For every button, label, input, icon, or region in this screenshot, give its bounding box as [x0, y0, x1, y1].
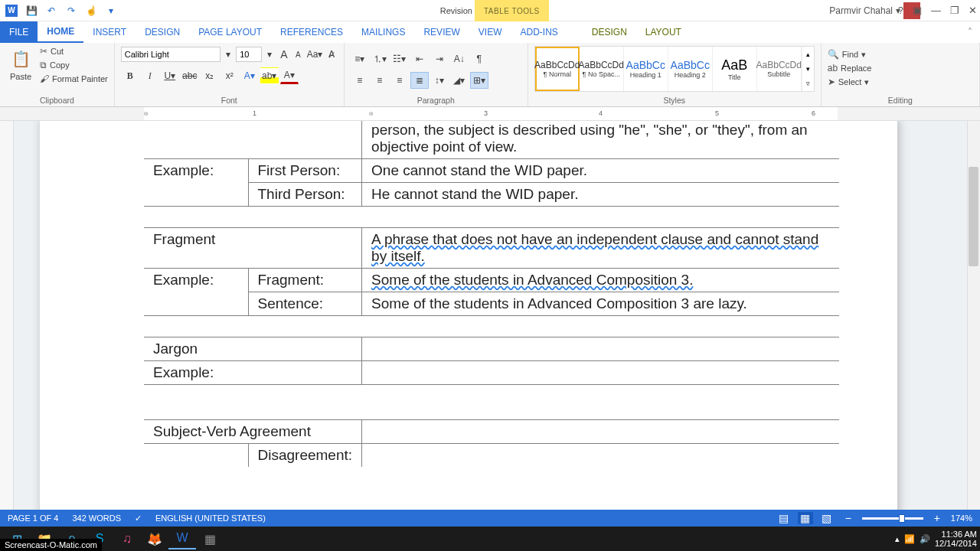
- status-language[interactable]: ENGLISH (UNITED STATES): [155, 514, 266, 523]
- tab-pagelayout[interactable]: PAGE LAYOUT: [189, 21, 271, 43]
- tray-network-icon[interactable]: 📶: [904, 534, 915, 544]
- font-name-dropdown-icon[interactable]: ▾: [222, 46, 234, 63]
- cell-disagree-label[interactable]: Disagreement:: [248, 444, 362, 468]
- taskbar-firefox-icon[interactable]: 🦊: [141, 528, 168, 549]
- tab-design[interactable]: DESIGN: [136, 21, 189, 43]
- style-title[interactable]: AaBTitle: [713, 47, 757, 91]
- highlight-icon[interactable]: ab▾: [260, 67, 279, 84]
- cell-example1[interactable]: Example:: [144, 159, 248, 207]
- collapse-ribbon-icon[interactable]: ˄: [960, 21, 980, 43]
- tray-time[interactable]: 11:36 AM: [935, 530, 977, 539]
- save-icon[interactable]: [24, 4, 38, 18]
- cell-jargon-example[interactable]: [362, 361, 839, 385]
- superscript-button[interactable]: x²: [220, 67, 239, 84]
- font-size-dropdown-icon[interactable]: ▾: [263, 46, 276, 63]
- grow-font-icon[interactable]: A: [278, 46, 290, 63]
- cell-jargon-heading[interactable]: Jargon: [144, 337, 362, 361]
- tab-addins[interactable]: ADD-INS: [511, 21, 567, 43]
- redo-icon[interactable]: [64, 4, 78, 18]
- styles-more-icon[interactable]: ▿: [802, 77, 814, 91]
- zoom-out-icon[interactable]: −: [841, 512, 856, 524]
- cell-thirdperson-text[interactable]: He cannot stand the WID paper.: [362, 183, 839, 207]
- cell-example2[interactable]: Example:: [144, 269, 248, 316]
- tab-references[interactable]: REFERENCES: [271, 21, 352, 43]
- replace-button[interactable]: abReplace: [828, 63, 973, 73]
- find-button[interactable]: 🔍Find ▾: [828, 49, 973, 60]
- cell-frag-label[interactable]: Fragment:: [248, 269, 362, 292]
- zoom-slider[interactable]: [862, 517, 923, 520]
- tab-mailings[interactable]: MAILINGS: [352, 21, 414, 43]
- paste-button[interactable]: 📋 Paste: [6, 46, 35, 81]
- ribbon-display-icon[interactable]: ▣: [913, 5, 922, 16]
- tab-table-design[interactable]: DESIGN: [583, 21, 636, 43]
- tray-date[interactable]: 12/14/2014: [935, 539, 977, 548]
- close-icon[interactable]: ✕: [969, 5, 977, 16]
- taskbar-word-icon[interactable]: W: [168, 528, 196, 549]
- qat-dropdown-icon[interactable]: ▾: [104, 4, 118, 18]
- cell-jargon-def[interactable]: [362, 337, 839, 361]
- cell-disagree-text[interactable]: [362, 444, 839, 468]
- subscript-button[interactable]: x₂: [201, 67, 219, 84]
- cell-sent-label[interactable]: Sentence:: [248, 292, 362, 316]
- undo-icon[interactable]: [44, 4, 58, 18]
- document-page[interactable]: person, the subject is described using "…: [40, 121, 897, 525]
- touchmode-icon[interactable]: [84, 4, 98, 18]
- justify-icon[interactable]: ≣: [410, 72, 429, 89]
- tab-table-layout[interactable]: LAYOUT: [636, 21, 691, 43]
- cell-frag-text[interactable]: Some of the students in Advanced Composi…: [362, 269, 839, 292]
- tray-volume-icon[interactable]: 🔊: [920, 534, 930, 544]
- tab-file[interactable]: FILE: [0, 21, 38, 43]
- font-color-icon[interactable]: A▾: [280, 67, 299, 84]
- text-effects-icon[interactable]: A▾: [240, 67, 259, 84]
- align-left-icon[interactable]: ≡: [351, 72, 369, 89]
- status-proofing-icon[interactable]: ✓: [135, 514, 142, 523]
- tab-insert[interactable]: INSERT: [83, 21, 136, 43]
- sort-icon[interactable]: A↓: [450, 51, 469, 67]
- multilevel-icon[interactable]: ☷▾: [390, 51, 409, 67]
- cell-fragment-def[interactable]: A phrase that does not have an independe…: [362, 228, 839, 269]
- numbering-icon[interactable]: ⒈▾: [371, 51, 389, 67]
- borders-icon[interactable]: ⊞▾: [470, 72, 488, 89]
- styles-up-icon[interactable]: ▴: [802, 47, 814, 61]
- underline-button[interactable]: U▾: [161, 67, 179, 84]
- style-heading1[interactable]: AaBbCcHeading 1: [624, 47, 668, 91]
- font-name-input[interactable]: [121, 47, 220, 62]
- show-hide-icon[interactable]: ¶: [470, 51, 488, 67]
- view-web-icon[interactable]: ▧: [819, 512, 835, 524]
- style-nospacing[interactable]: AaBbCcDd¶ No Spac...: [580, 47, 624, 91]
- vertical-scrollbar[interactable]: [967, 121, 980, 525]
- cell-example4[interactable]: [144, 444, 248, 468]
- minimize-icon[interactable]: —: [931, 5, 941, 16]
- vertical-ruler[interactable]: [0, 121, 14, 525]
- cut-button[interactable]: ✂Cut: [40, 46, 108, 57]
- zoom-level[interactable]: 174%: [951, 514, 972, 523]
- select-button[interactable]: ➤Select ▾: [828, 77, 973, 87]
- align-right-icon[interactable]: ≡: [390, 72, 409, 89]
- view-read-icon[interactable]: ▤: [776, 512, 792, 524]
- cell-fragment-heading[interactable]: Fragment: [144, 228, 362, 269]
- cell-thirdperson-label[interactable]: Third Person:: [248, 183, 362, 207]
- bold-button[interactable]: B: [121, 67, 139, 84]
- zoom-in-icon[interactable]: +: [929, 512, 945, 524]
- style-normal[interactable]: AaBbCcDd¶ Normal: [535, 47, 580, 91]
- help-icon[interactable]: ?: [898, 5, 903, 16]
- bullets-icon[interactable]: ≡▾: [351, 51, 369, 67]
- tab-view[interactable]: VIEW: [469, 21, 511, 43]
- content-table[interactable]: person, the subject is described using "…: [144, 121, 839, 467]
- style-heading2[interactable]: AaBbCcHeading 2: [668, 47, 713, 91]
- status-page[interactable]: PAGE 1 OF 4: [8, 514, 58, 523]
- cell-sent-text[interactable]: Some of the students in Advanced Composi…: [362, 292, 839, 316]
- line-spacing-icon[interactable]: ↕▾: [430, 72, 449, 89]
- change-case-icon[interactable]: Aa▾: [306, 46, 324, 63]
- scrollbar-thumb[interactable]: [969, 167, 978, 266]
- word-icon[interactable]: [5, 4, 18, 18]
- tab-review[interactable]: REVIEW: [414, 21, 469, 43]
- style-subtitle[interactable]: AaBbCcDdSubtitle: [757, 47, 802, 91]
- clear-format-icon[interactable]: A̷: [325, 46, 337, 63]
- italic-button[interactable]: I: [141, 67, 159, 84]
- styles-gallery[interactable]: AaBbCcDd¶ Normal AaBbCcDd¶ No Spac... Aa…: [534, 46, 815, 92]
- shading-icon[interactable]: ◢▾: [450, 72, 469, 89]
- cell-sva-def[interactable]: [362, 420, 839, 444]
- restore-icon[interactable]: ❐: [950, 5, 959, 16]
- cell-partial[interactable]: person, the subject is described using "…: [362, 121, 839, 159]
